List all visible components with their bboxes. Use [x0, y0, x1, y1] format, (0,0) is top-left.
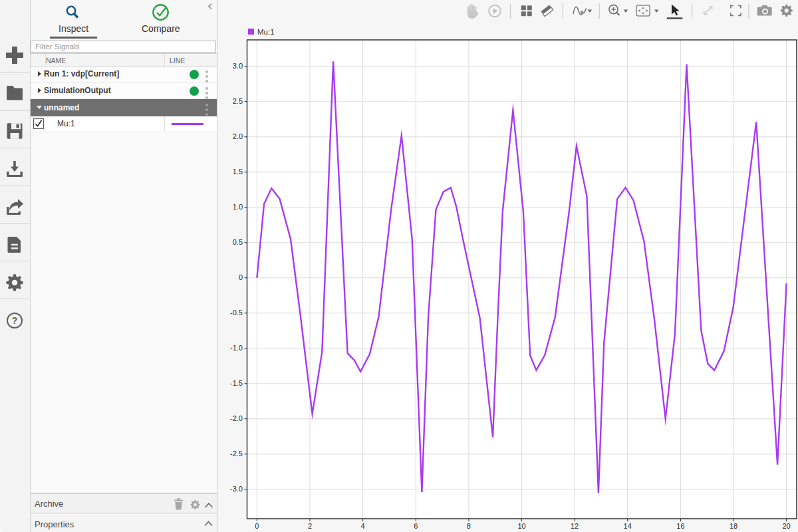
svg-text:10: 10 — [517, 522, 525, 530]
svg-text:2.5: 2.5 — [233, 97, 243, 105]
svg-text:-1.0: -1.0 — [230, 344, 243, 352]
svg-text:-0.5: -0.5 — [230, 309, 243, 317]
svg-text:2: 2 — [308, 522, 312, 530]
svg-text:6: 6 — [414, 522, 418, 530]
svg-text:8: 8 — [467, 522, 471, 530]
svg-text:4: 4 — [361, 522, 365, 530]
svg-text:16: 16 — [676, 522, 684, 530]
svg-text:Mu:1: Mu:1 — [257, 28, 275, 36]
svg-text:-2.0: -2.0 — [230, 414, 243, 422]
svg-text:14: 14 — [624, 522, 632, 530]
svg-text:20: 20 — [782, 522, 790, 530]
svg-text:1.5: 1.5 — [233, 168, 243, 176]
svg-text:12: 12 — [571, 522, 579, 530]
svg-text:2.0: 2.0 — [233, 132, 243, 140]
svg-text:0: 0 — [239, 273, 243, 281]
svg-text:?: ? — [12, 315, 18, 326]
svg-text:0: 0 — [255, 522, 259, 530]
svg-text:18: 18 — [730, 522, 737, 530]
svg-text:0.5: 0.5 — [233, 238, 243, 246]
svg-text:1.0: 1.0 — [233, 203, 243, 211]
svg-text:-1.5: -1.5 — [230, 379, 243, 387]
svg-text:-2.5: -2.5 — [230, 450, 243, 458]
svg-text:-3.0: -3.0 — [230, 485, 243, 493]
svg-text:3.0: 3.0 — [233, 62, 243, 70]
